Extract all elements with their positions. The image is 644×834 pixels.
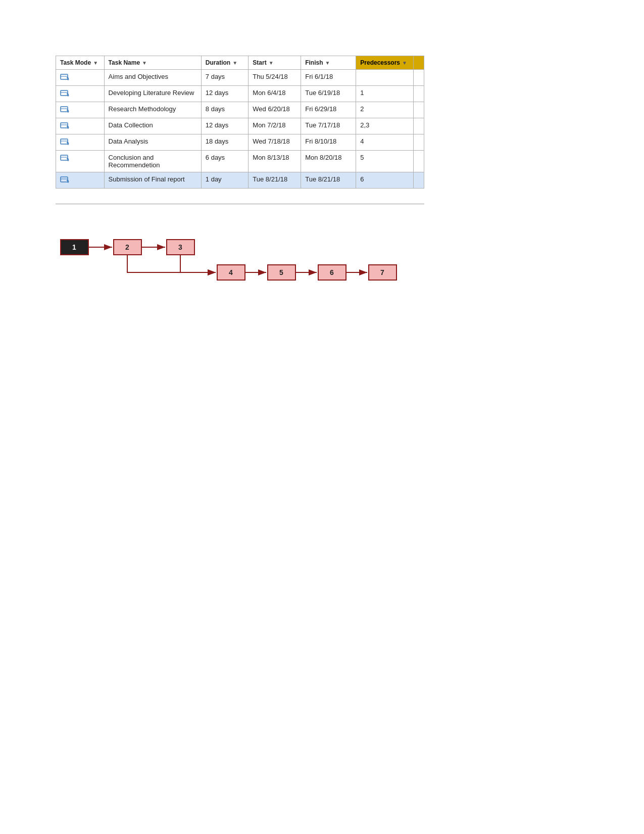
start-cell: Wed 7/18/18 — [249, 134, 301, 151]
predecessors-cell: 5 — [356, 151, 414, 172]
predecessors-cell: 2,3 — [356, 118, 414, 134]
start-cell: Tue 8/21/18 — [249, 172, 301, 189]
task-mode-icon — [60, 175, 70, 183]
finish-cell: Fri 6/1/18 — [301, 70, 356, 86]
th-task-name-filter[interactable]: ▼ — [142, 60, 147, 66]
node-2-label: 2 — [125, 243, 129, 251]
task-mode-cell — [56, 134, 105, 151]
th-finish-label: Finish — [305, 59, 323, 66]
table-row: Conclusion and Recommendetion6 daysMon 8… — [56, 151, 424, 172]
th-task-name: Task Name ▼ — [104, 56, 201, 70]
th-task-mode-label: Task Mode — [60, 59, 91, 66]
th-extra — [414, 56, 424, 70]
node-5-label: 5 — [279, 268, 283, 276]
task-mode-icon — [60, 154, 70, 162]
predecessors-cell: 4 — [356, 134, 414, 151]
predecessors-cell: 1 — [356, 86, 414, 102]
network-diagram-svg: 1 2 3 4 5 6 7 — [56, 224, 424, 305]
svg-rect-12 — [61, 139, 68, 144]
task-mode-icon — [60, 105, 70, 113]
start-cell: Mon 7/2/18 — [249, 118, 301, 134]
finish-cell: Tue 7/17/18 — [301, 118, 356, 134]
duration-cell: 7 days — [201, 70, 249, 86]
start-cell: Wed 6/20/18 — [249, 102, 301, 118]
task-table: Task Mode ▼ Task Name ▼ Duration ▼ — [56, 56, 424, 189]
task-mode-cell — [56, 86, 105, 102]
predecessors-cell: 6 — [356, 172, 414, 189]
table-row: Aims and Objectives7 daysThu 5/24/18Fri … — [56, 70, 424, 86]
th-predecessors-filter[interactable]: ▼ — [402, 60, 407, 66]
task-name-cell: Data Collection — [104, 118, 201, 134]
svg-rect-18 — [61, 177, 68, 182]
duration-cell: 8 days — [201, 102, 249, 118]
page-wrapper: Task Mode ▼ Task Name ▼ Duration ▼ — [0, 0, 644, 336]
duration-cell: 1 day — [201, 172, 249, 189]
task-name-cell: Research Methodology — [104, 102, 201, 118]
duration-cell: 6 days — [201, 151, 249, 172]
th-predecessors: Predecessors ▼ — [356, 56, 414, 70]
node-3-label: 3 — [178, 243, 182, 251]
task-name-cell: Data Analysis — [104, 134, 201, 151]
th-duration: Duration ▼ — [201, 56, 249, 70]
finish-cell: Fri 8/10/18 — [301, 134, 356, 151]
table-row: Developing Literature Review12 daysMon 6… — [56, 86, 424, 102]
finish-cell: Fri 6/29/18 — [301, 102, 356, 118]
arrow-2-4 — [127, 255, 216, 272]
task-mode-icon — [60, 73, 70, 81]
node-6-label: 6 — [330, 268, 334, 276]
th-task-mode: Task Mode ▼ — [56, 56, 105, 70]
table-row: Data Analysis18 daysWed 7/18/18Fri 8/10/… — [56, 134, 424, 151]
svg-rect-15 — [61, 155, 68, 160]
th-finish-filter[interactable]: ▼ — [325, 60, 330, 66]
start-cell: Thu 5/24/18 — [249, 70, 301, 86]
svg-rect-0 — [61, 74, 68, 79]
task-mode-cell — [56, 172, 105, 189]
predecessors-cell: 2 — [356, 102, 414, 118]
th-predecessors-label: Predecessors — [360, 59, 400, 66]
section-divider — [56, 204, 424, 204]
svg-rect-6 — [61, 107, 68, 112]
th-finish: Finish ▼ — [301, 56, 356, 70]
node-4-label: 4 — [229, 268, 233, 276]
svg-rect-3 — [61, 90, 68, 96]
task-mode-cell — [56, 102, 105, 118]
node-1-label: 1 — [72, 243, 76, 251]
svg-rect-9 — [61, 123, 68, 128]
network-diagram: 1 2 3 4 5 6 7 — [56, 224, 424, 305]
extra-cell — [414, 70, 424, 86]
th-task-mode-filter[interactable]: ▼ — [93, 60, 98, 66]
task-mode-icon — [60, 121, 70, 129]
table-row: Submission of Final report1 dayTue 8/21/… — [56, 172, 424, 189]
start-cell: Mon 8/13/18 — [249, 151, 301, 172]
finish-cell: Tue 8/21/18 — [301, 172, 356, 189]
th-duration-label: Duration — [206, 59, 230, 66]
duration-cell: 18 days — [201, 134, 249, 151]
task-mode-cell — [56, 151, 105, 172]
th-start-filter[interactable]: ▼ — [269, 60, 274, 66]
start-cell: Mon 6/4/18 — [249, 86, 301, 102]
duration-cell: 12 days — [201, 86, 249, 102]
duration-cell: 12 days — [201, 118, 249, 134]
th-duration-filter[interactable]: ▼ — [232, 60, 237, 66]
finish-cell: Tue 6/19/18 — [301, 86, 356, 102]
node-7-label: 7 — [380, 268, 384, 276]
predecessors-cell — [356, 70, 414, 86]
extra-cell — [414, 134, 424, 151]
extra-cell — [414, 102, 424, 118]
task-name-cell: Developing Literature Review — [104, 86, 201, 102]
th-task-name-label: Task Name — [109, 59, 140, 66]
th-start-label: Start — [253, 59, 266, 66]
task-mode-cell — [56, 70, 105, 86]
task-mode-cell — [56, 118, 105, 134]
extra-cell — [414, 172, 424, 189]
task-name-cell: Aims and Objectives — [104, 70, 201, 86]
task-mode-icon — [60, 89, 70, 97]
task-mode-icon — [60, 137, 70, 146]
task-name-cell: Submission of Final report — [104, 172, 201, 189]
table-row: Research Methodology8 daysWed 6/20/18Fri… — [56, 102, 424, 118]
task-name-cell: Conclusion and Recommendetion — [104, 151, 201, 172]
finish-cell: Mon 8/20/18 — [301, 151, 356, 172]
extra-cell — [414, 151, 424, 172]
th-start: Start ▼ — [249, 56, 301, 70]
extra-cell — [414, 86, 424, 102]
